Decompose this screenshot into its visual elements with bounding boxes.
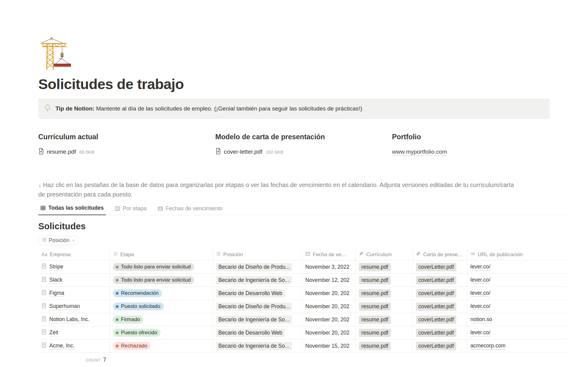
cover-letter-chip[interactable]: coverLetter.pdf (416, 316, 456, 324)
construction-crane-icon (38, 36, 74, 70)
resume-cell[interactable]: resume.pdf (356, 300, 413, 313)
posting-url[interactable]: lever.co/ (470, 277, 490, 284)
company-cell[interactable]: Superhuman (38, 300, 110, 313)
resume-chip[interactable]: resume.pdf (359, 276, 391, 284)
cover-letter-cell[interactable]: coverLetter.pdf (413, 260, 467, 273)
page-icon (41, 276, 47, 284)
stage-cell[interactable]: Puesto ofrecido (110, 326, 213, 339)
url-cell[interactable]: lever.co/ (467, 260, 567, 273)
company-name[interactable]: Figma (49, 290, 64, 297)
company-cell[interactable]: Slack (38, 274, 110, 286)
cover-letter-chip[interactable]: coverLetter.pdf (416, 329, 456, 337)
cover-letter-cell[interactable]: coverLetter.pdf (413, 326, 467, 339)
cover-letter-cell[interactable]: coverLetter.pdf (413, 287, 467, 300)
page-icon (41, 263, 47, 271)
resume-chip[interactable]: resume.pdf (359, 289, 391, 298)
column-header-fecha[interactable]: Fecha de ve... (302, 249, 356, 260)
stage-cell[interactable]: Firmado (110, 313, 213, 326)
posting-url[interactable]: notion.so (470, 316, 492, 323)
company-name[interactable]: Slack (49, 277, 62, 284)
stage-cell[interactable]: Rechazado (110, 339, 213, 352)
count-footer[interactable]: COUNT7 (38, 356, 110, 363)
company-cell[interactable]: Zeit (38, 326, 110, 339)
position-filter-button[interactable]: Posición (38, 236, 79, 245)
resume-chip[interactable]: resume.pdf (359, 316, 391, 324)
stage-cell[interactable]: Recomendación (110, 287, 213, 300)
cover-letter-section: Modelo de carta de presentación cover-le… (215, 133, 392, 156)
posting-url[interactable]: lever.co/ (470, 290, 490, 297)
cover-letter-file-link[interactable]: cover-letter.pdf (224, 148, 262, 155)
due-date-cell[interactable]: November 20, 202 (302, 313, 356, 326)
url-cell[interactable]: lever.co/ (467, 326, 567, 339)
cover-letter-cell[interactable]: coverLetter.pdf (413, 300, 467, 313)
column-header-curriculum[interactable]: Currículum (356, 249, 413, 260)
stage-cell[interactable]: Todo listo para enviar solicitud (110, 260, 213, 273)
column-header-etapa[interactable]: Etapa (110, 249, 213, 260)
resume-cell[interactable]: resume.pdf (356, 339, 413, 352)
position-cell[interactable]: Becario de Ingeniería de So... (213, 313, 302, 326)
resume-chip[interactable]: resume.pdf (359, 263, 391, 271)
column-header-empresa[interactable]: Aa Empresa (38, 249, 110, 260)
due-date-cell[interactable]: November 20, 202 (302, 300, 356, 313)
tab-fechas-de-vencimiento[interactable]: Fechas de vencimiento (156, 203, 224, 215)
resume-cell[interactable]: resume.pdf (356, 260, 413, 273)
stage-dot-icon (116, 266, 119, 268)
column-header-posicion[interactable]: Posición (213, 249, 302, 260)
posting-url[interactable]: lever.co/ (470, 303, 490, 310)
paperclip-icon (416, 251, 421, 258)
resume-chip[interactable]: resume.pdf (359, 302, 391, 311)
position-chip: Becario de Desarrollo Web (216, 329, 285, 337)
cover-letter-chip[interactable]: coverLetter.pdf (416, 276, 456, 284)
company-name[interactable]: Stripe (49, 264, 63, 271)
resume-cell[interactable]: resume.pdf (356, 313, 413, 326)
column-header-carta[interactable]: Carta de prese... (413, 249, 467, 260)
stage-cell[interactable]: Puesto solicitado (110, 300, 213, 313)
due-date-cell[interactable]: November 20, 202 (302, 287, 356, 300)
position-cell[interactable]: Becario de Ingeniería de So... (213, 339, 302, 352)
cover-letter-chip[interactable]: coverLetter.pdf (416, 263, 456, 271)
company-cell[interactable]: Acme, Inc. (38, 339, 110, 352)
portfolio-link[interactable]: www.myportfolio.com (392, 148, 447, 155)
tab-todas-las-solicitudes[interactable]: Todas las solicitudes (38, 202, 106, 215)
due-date-cell[interactable]: November 12, 202 (302, 274, 356, 286)
cover-letter-cell[interactable]: coverLetter.pdf (413, 274, 467, 286)
cover-letter-chip[interactable]: coverLetter.pdf (416, 289, 456, 298)
board-view-icon (115, 206, 120, 211)
cover-letter-chip[interactable]: coverLetter.pdf (416, 302, 456, 311)
company-name[interactable]: Zeit (49, 329, 58, 336)
resume-cell[interactable]: resume.pdf (356, 326, 413, 339)
company-cell[interactable]: Figma (38, 287, 110, 300)
resume-file-link[interactable]: resume.pdf (47, 148, 76, 155)
posting-url[interactable]: lever.co/ (470, 264, 490, 271)
company-name[interactable]: Acme, Inc. (49, 343, 75, 350)
position-cell[interactable]: Becario de Desarrollo Web (213, 326, 302, 339)
resume-chip[interactable]: resume.pdf (359, 329, 391, 337)
position-cell[interactable]: Becario de Diseño de Produ... (213, 300, 302, 313)
posting-url[interactable]: lever.co/ (470, 329, 490, 336)
cover-letter-chip[interactable]: coverLetter.pdf (416, 342, 456, 350)
position-cell[interactable]: Becario de Ingeniería de So... (213, 274, 302, 286)
due-date-cell[interactable]: November 15, 202 (302, 339, 356, 352)
column-header-url[interactable]: URL de publicación (467, 249, 567, 260)
resume-cell[interactable]: resume.pdf (356, 274, 413, 286)
cover-letter-cell[interactable]: coverLetter.pdf (413, 313, 467, 326)
resume-cell[interactable]: resume.pdf (356, 287, 413, 300)
due-date-cell[interactable]: November 20, 202 (302, 326, 356, 339)
company-name[interactable]: Notion Labs, Inc. (49, 316, 89, 323)
posting-url[interactable]: acmecorp.com (470, 343, 506, 350)
resume-chip[interactable]: resume.pdf (359, 342, 391, 350)
cover-letter-cell[interactable]: coverLetter.pdf (413, 339, 467, 352)
url-cell[interactable]: lever.co/ (467, 287, 567, 300)
url-cell[interactable]: lever.co/ (467, 300, 567, 313)
url-cell[interactable]: notion.so (467, 313, 567, 326)
url-cell[interactable]: lever.co/ (467, 274, 567, 286)
due-date-cell[interactable]: November 3, 2022 (302, 260, 356, 273)
company-name[interactable]: Superhuman (49, 303, 80, 310)
position-cell[interactable]: Becario de Desarrollo Web (213, 287, 302, 300)
company-cell[interactable]: Stripe (38, 260, 110, 273)
position-cell[interactable]: Becario de Diseño de Produ... (213, 260, 302, 273)
url-cell[interactable]: acmecorp.com (467, 339, 567, 352)
stage-cell[interactable]: Todo listo para enviar solicitud (110, 274, 213, 286)
company-cell[interactable]: Notion Labs, Inc. (38, 313, 110, 326)
tab-por-etapa[interactable]: Por etapa (113, 203, 149, 215)
